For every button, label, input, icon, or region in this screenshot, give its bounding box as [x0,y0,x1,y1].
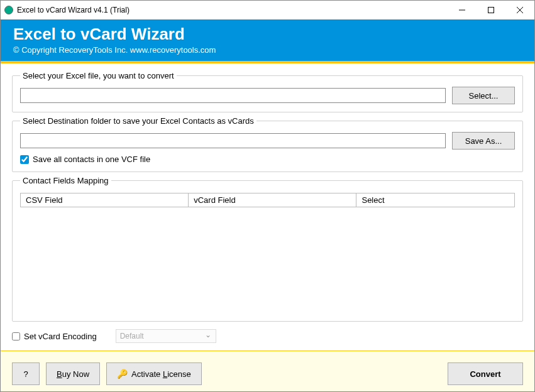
mapping-fieldset: Contact Fields Mapping CSV Field vCard F… [12,176,523,322]
encoding-label: Set vCard Encoding [24,332,97,341]
destination-fieldset: Select Destination folder to save your E… [12,116,523,172]
mapping-col-vcard[interactable]: vCard Field [189,193,356,207]
convert-button[interactable]: Convert [448,362,523,385]
encoding-row: Set vCard Encoding Default [1,325,534,351]
mapping-col-select[interactable]: Select [356,193,515,207]
destination-legend: Select Destination folder to save your E… [20,116,256,126]
help-button[interactable]: ? [12,362,40,385]
titlebar: Excel to vCard Wizard v4.1 (Trial) [1,1,534,19]
minimize-button[interactable] [448,1,477,19]
encoding-select: Default [116,329,216,343]
activate-license-button[interactable]: 🔑 Activate License [106,362,202,385]
encoding-checkbox[interactable] [12,332,20,340]
source-fieldset: Select your Excel file, you want to conv… [12,71,523,112]
mapping-header-row: CSV Field vCard Field Select [21,193,515,207]
close-button[interactable] [505,1,534,19]
maximize-button[interactable] [477,1,505,19]
window-controls [448,1,534,19]
mapping-table: CSV Field vCard Field Select [20,193,515,207]
destination-folder-input[interactable] [20,133,446,148]
mapping-col-csv[interactable]: CSV Field [21,193,189,207]
footer: ? Buy Now 🔑 Activate License Convert [1,351,534,392]
save-all-one-file-checkbox[interactable] [20,155,29,164]
header-subtitle: © Copyright RecoveryTools Inc. www.recov… [13,45,522,55]
save-all-one-file-label: Save all contacts in one VCF file [33,155,150,164]
encoding-check-row[interactable]: Set vCard Encoding [12,332,97,341]
select-file-button[interactable]: Select... [452,87,515,104]
save-as-button[interactable]: Save As... [452,132,515,150]
svg-rect-1 [488,8,494,13]
save-all-one-file-row[interactable]: Save all contacts in one VCF file [20,155,515,164]
key-icon: 🔑 [117,369,128,379]
source-legend: Select your Excel file, you want to conv… [20,71,177,80]
header-banner: Excel to vCard Wizard © Copyright Recove… [1,19,534,61]
app-icon [4,6,13,14]
buy-now-button[interactable]: Buy Now [46,362,100,385]
mapping-legend: Contact Fields Mapping [20,176,111,185]
window-title: Excel to vCard Wizard v4.1 (Trial) [17,6,448,14]
source-file-input[interactable] [20,88,446,103]
header-title: Excel to vCard Wizard [13,24,522,44]
